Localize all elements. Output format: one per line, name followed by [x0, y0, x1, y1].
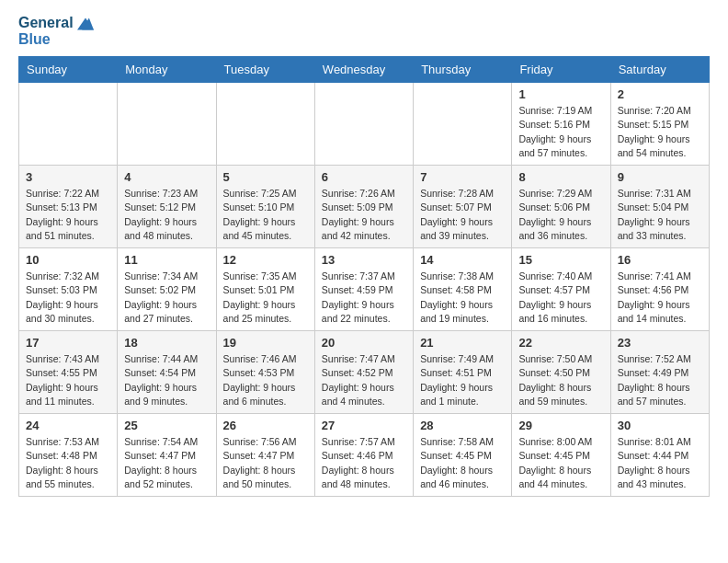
day-number: 4 [124, 170, 209, 184]
day-number: 11 [124, 253, 209, 267]
day-number: 19 [223, 336, 308, 350]
day-number: 29 [518, 419, 603, 432]
logo-text: General Blue [18, 15, 94, 47]
weekday-header: Saturday [610, 57, 709, 83]
day-detail: Sunrise: 7:58 AM Sunset: 4:45 PM Dayligh… [420, 435, 505, 491]
day-detail: Sunrise: 7:22 AM Sunset: 5:13 PM Dayligh… [26, 187, 110, 243]
day-number: 9 [618, 170, 702, 184]
day-detail: Sunrise: 7:20 AM Sunset: 5:15 PM Dayligh… [618, 104, 702, 160]
day-detail: Sunrise: 7:25 AM Sunset: 5:10 PM Dayligh… [223, 187, 308, 243]
day-number: 25 [124, 419, 209, 432]
calendar-day-cell [19, 83, 118, 166]
calendar-day-cell [314, 83, 413, 166]
day-detail: Sunrise: 7:28 AM Sunset: 5:07 PM Dayligh… [420, 187, 505, 243]
day-number: 12 [223, 253, 308, 267]
day-detail: Sunrise: 7:53 AM Sunset: 4:48 PM Dayligh… [26, 435, 110, 491]
calendar-day-cell: 13Sunrise: 7:37 AM Sunset: 4:59 PM Dayli… [314, 248, 413, 331]
calendar-day-cell: 27Sunrise: 7:57 AM Sunset: 4:46 PM Dayli… [314, 414, 413, 497]
calendar-day-cell: 18Sunrise: 7:44 AM Sunset: 4:54 PM Dayli… [118, 331, 216, 414]
weekday-header: Monday [118, 57, 216, 83]
calendar-week-row: 10Sunrise: 7:32 AM Sunset: 5:03 PM Dayli… [19, 248, 710, 331]
day-number: 20 [322, 336, 406, 350]
calendar-day-cell: 16Sunrise: 7:41 AM Sunset: 4:56 PM Dayli… [610, 248, 709, 331]
day-number: 28 [420, 419, 505, 432]
day-detail: Sunrise: 7:37 AM Sunset: 4:59 PM Dayligh… [322, 270, 406, 326]
day-detail: Sunrise: 7:41 AM Sunset: 4:56 PM Dayligh… [618, 270, 702, 326]
day-number: 2 [618, 87, 702, 101]
day-number: 10 [26, 253, 110, 267]
day-detail: Sunrise: 7:38 AM Sunset: 4:58 PM Dayligh… [420, 270, 505, 326]
calendar-week-row: 1Sunrise: 7:19 AM Sunset: 5:16 PM Daylig… [19, 83, 710, 166]
calendar-day-cell: 26Sunrise: 7:56 AM Sunset: 4:47 PM Dayli… [216, 414, 314, 497]
calendar-header-row: SundayMondayTuesdayWednesdayThursdayFrid… [19, 57, 710, 83]
day-number: 17 [26, 336, 110, 350]
calendar-day-cell: 24Sunrise: 7:53 AM Sunset: 4:48 PM Dayli… [19, 414, 118, 497]
calendar-day-cell: 10Sunrise: 7:32 AM Sunset: 5:03 PM Dayli… [19, 248, 118, 331]
day-detail: Sunrise: 7:31 AM Sunset: 5:04 PM Dayligh… [618, 187, 702, 243]
weekday-header: Tuesday [216, 57, 314, 83]
day-number: 27 [322, 419, 406, 432]
day-number: 24 [26, 419, 110, 432]
calendar-day-cell: 22Sunrise: 7:50 AM Sunset: 4:50 PM Dayli… [512, 331, 610, 414]
calendar-table: SundayMondayTuesdayWednesdayThursdayFrid… [18, 56, 710, 497]
day-detail: Sunrise: 7:54 AM Sunset: 4:47 PM Dayligh… [124, 435, 209, 491]
calendar-day-cell: 19Sunrise: 7:46 AM Sunset: 4:53 PM Dayli… [216, 331, 314, 414]
day-number: 15 [518, 253, 603, 267]
calendar-day-cell: 28Sunrise: 7:58 AM Sunset: 4:45 PM Dayli… [414, 414, 512, 497]
weekday-header: Wednesday [314, 57, 413, 83]
day-detail: Sunrise: 7:43 AM Sunset: 4:55 PM Dayligh… [26, 352, 110, 408]
day-number: 26 [223, 419, 308, 432]
calendar-day-cell: 15Sunrise: 7:40 AM Sunset: 4:57 PM Dayli… [512, 248, 610, 331]
calendar-day-cell: 7Sunrise: 7:28 AM Sunset: 5:07 PM Daylig… [414, 166, 512, 248]
day-detail: Sunrise: 7:46 AM Sunset: 4:53 PM Dayligh… [223, 352, 308, 408]
day-detail: Sunrise: 7:23 AM Sunset: 5:12 PM Dayligh… [124, 187, 209, 243]
day-detail: Sunrise: 7:44 AM Sunset: 4:54 PM Dayligh… [124, 352, 209, 408]
day-number: 7 [420, 170, 505, 184]
day-number: 21 [420, 336, 505, 350]
day-detail: Sunrise: 8:01 AM Sunset: 4:44 PM Dayligh… [618, 435, 702, 491]
day-detail: Sunrise: 7:49 AM Sunset: 4:51 PM Dayligh… [420, 352, 505, 408]
day-number: 16 [618, 253, 702, 267]
page-container: General Blue SundayMondayTuesdayWednesda… [0, 0, 728, 511]
day-detail: Sunrise: 7:19 AM Sunset: 5:16 PM Dayligh… [518, 104, 603, 160]
weekday-header: Thursday [414, 57, 512, 83]
weekday-header: Sunday [19, 57, 118, 83]
day-detail: Sunrise: 8:00 AM Sunset: 4:45 PM Dayligh… [518, 435, 603, 491]
calendar-day-cell: 21Sunrise: 7:49 AM Sunset: 4:51 PM Dayli… [414, 331, 512, 414]
calendar-day-cell: 17Sunrise: 7:43 AM Sunset: 4:55 PM Dayli… [19, 331, 118, 414]
day-detail: Sunrise: 7:29 AM Sunset: 5:06 PM Dayligh… [518, 187, 603, 243]
calendar-day-cell: 5Sunrise: 7:25 AM Sunset: 5:10 PM Daylig… [216, 166, 314, 248]
day-number: 23 [618, 336, 702, 350]
day-detail: Sunrise: 7:26 AM Sunset: 5:09 PM Dayligh… [322, 187, 406, 243]
calendar-day-cell: 23Sunrise: 7:52 AM Sunset: 4:49 PM Dayli… [610, 331, 709, 414]
day-number: 22 [518, 336, 603, 350]
weekday-header: Friday [512, 57, 610, 83]
calendar-week-row: 24Sunrise: 7:53 AM Sunset: 4:48 PM Dayli… [19, 414, 710, 497]
calendar-day-cell: 20Sunrise: 7:47 AM Sunset: 4:52 PM Dayli… [314, 331, 413, 414]
calendar-day-cell: 1Sunrise: 7:19 AM Sunset: 5:16 PM Daylig… [512, 83, 610, 166]
day-detail: Sunrise: 7:57 AM Sunset: 4:46 PM Dayligh… [322, 435, 406, 491]
day-detail: Sunrise: 7:34 AM Sunset: 5:02 PM Dayligh… [124, 270, 209, 326]
day-number: 13 [322, 253, 406, 267]
day-number: 18 [124, 336, 209, 350]
calendar-day-cell [118, 83, 216, 166]
calendar-day-cell: 4Sunrise: 7:23 AM Sunset: 5:12 PM Daylig… [118, 166, 216, 248]
day-number: 6 [322, 170, 406, 184]
calendar-day-cell [216, 83, 314, 166]
day-number: 30 [618, 419, 702, 432]
page-header: General Blue [18, 15, 710, 47]
calendar-day-cell: 3Sunrise: 7:22 AM Sunset: 5:13 PM Daylig… [19, 166, 118, 248]
calendar-week-row: 17Sunrise: 7:43 AM Sunset: 4:55 PM Dayli… [19, 331, 710, 414]
day-detail: Sunrise: 7:32 AM Sunset: 5:03 PM Dayligh… [26, 270, 110, 326]
day-number: 14 [420, 253, 505, 267]
calendar-day-cell: 14Sunrise: 7:38 AM Sunset: 4:58 PM Dayli… [414, 248, 512, 331]
calendar-day-cell: 12Sunrise: 7:35 AM Sunset: 5:01 PM Dayli… [216, 248, 314, 331]
day-detail: Sunrise: 7:35 AM Sunset: 5:01 PM Dayligh… [223, 270, 308, 326]
day-number: 8 [518, 170, 603, 184]
day-detail: Sunrise: 7:47 AM Sunset: 4:52 PM Dayligh… [322, 352, 406, 408]
day-number: 5 [223, 170, 308, 184]
calendar-week-row: 3Sunrise: 7:22 AM Sunset: 5:13 PM Daylig… [19, 166, 710, 248]
day-number: 1 [518, 87, 603, 101]
calendar-day-cell [414, 83, 512, 166]
calendar-day-cell: 25Sunrise: 7:54 AM Sunset: 4:47 PM Dayli… [118, 414, 216, 497]
